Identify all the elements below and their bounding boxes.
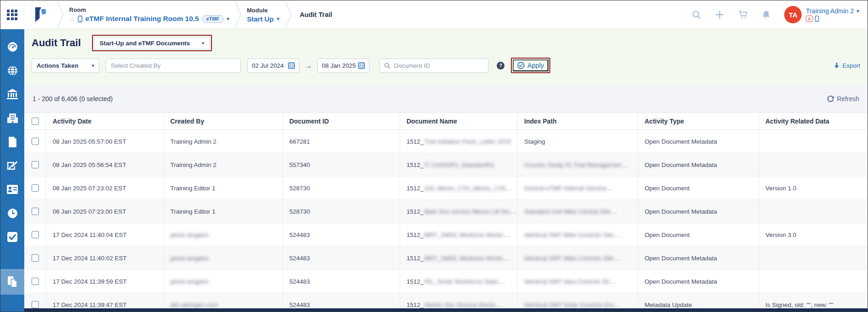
cell-document-id: 667281 [283,130,400,153]
row-checkbox-cell [24,130,46,153]
row-checkbox[interactable] [32,161,39,168]
sidebar-item-institution[interactable] [0,82,24,106]
annotation-box-apply: Apply [511,58,550,73]
main-content: Audit Trail Start-Up and eTMF Documents … [24,29,868,312]
row-checkbox[interactable] [32,301,39,308]
sidebar-item-dashboard[interactable] [0,35,24,59]
table-row: 17 Dec 2024 11:40:02 ESTjamie.langdon524… [24,247,868,270]
cell-document-name: 1512_Main first service Memo Lift Sts… [400,200,518,223]
column-header-created-by[interactable]: Created By [164,113,283,129]
cell-activity-related-data [759,270,868,293]
user-caret-icon: ▾ [857,8,859,14]
row-checkbox[interactable] [32,254,39,262]
date-range-arrow-icon: → [305,62,312,70]
cell-document-name: 1512_MRT_SMDL Medicine Works… [400,247,518,269]
column-header-activity-type[interactable]: Activity Type [638,113,759,129]
cell-activity-date: 06 Jan 2025 07:23:00 EST [46,200,164,223]
cell-created-by: jamie.langdon [164,270,283,293]
app-grid-button[interactable] [0,0,24,29]
room-caret-icon[interactable]: ▾ [227,16,229,22]
cell-document-id: 524483 [283,223,400,246]
room-selector[interactable]: ☆ eTMF Internal Training Room 10.5 eTMF … [69,15,229,23]
cell-activity-type: Open Document Metadata [638,200,759,223]
column-header-document-id[interactable]: Document ID [283,113,400,129]
table-row: 06 Jan 2025 07:23:00 ESTTraining Editor … [24,200,868,223]
cell-activity-date: 17 Dec 2024 11:40:04 EST [46,223,164,246]
cell-document-id: 524483 [283,247,400,269]
user-menu[interactable]: TA Training Admin 2 ▾ A [784,6,859,23]
date-from-picker[interactable]: 02 Jul 2024 [247,59,299,73]
user-avatar[interactable]: TA [784,6,802,23]
cell-index-path: Standard Unit Mike Central Site… [518,200,638,223]
row-checkbox[interactable] [32,184,39,192]
cell-activity-related-data [759,247,868,269]
room-name[interactable]: eTMF Internal Training Room 10.5 [85,15,199,23]
cell-activity-related-data [759,130,868,153]
column-header-activity-date[interactable]: Activity Date [46,113,164,129]
cell-created-by: jamie.langdon [164,223,283,246]
apply-button[interactable]: Apply [513,59,548,71]
sidebar-item-tasks[interactable] [0,225,24,249]
cell-activity-date: 06 Jan 2025 07:23:02 EST [46,177,164,199]
export-button[interactable]: Export [834,62,860,69]
sidebar-item-history[interactable] [0,201,24,225]
module-label: Module [247,7,279,14]
hospital-icon [7,113,18,124]
document-id-input[interactable] [394,62,484,69]
breadcrumb-separator-icon [285,1,292,28]
cell-document-name: 1512_RIL_Smds Workforce Stats… [400,270,518,293]
audit-scope-dropdown[interactable]: Start-Up and eTMF Documents ▾ [94,37,211,49]
cell-document-id: 557340 [283,153,400,176]
clock-icon [7,208,18,219]
copy-documents-icon [7,276,18,288]
date-to-picker[interactable]: 08 Jan 2025 [317,59,369,73]
column-header-document-name[interactable]: Document Name [400,113,518,129]
annotation-box-scope: Start-Up and eTMF Documents ▾ [92,35,212,51]
refresh-label: Refresh [837,95,859,102]
app-grid-icon [7,10,17,20]
sidebar-item-contacts[interactable] [0,178,24,201]
module-breadcrumb: Module Start Up ▾ [247,7,279,23]
actions-taken-dropdown[interactable]: Actions Taken ▾ [32,59,99,73]
actions-taken-value: Actions Taken [37,62,78,69]
calendar-icon [358,62,365,69]
row-checkbox-cell [24,200,46,223]
bank-icon [6,88,18,100]
sidebar-item-globe[interactable] [0,59,24,82]
cell-document-name: 1512_IT UnitSOPs_Standard03 [400,153,518,176]
cell-index-path: Country Study 01 Trial Managemen… [518,153,638,176]
cart-icon[interactable] [738,10,748,19]
user-mobile-icon [815,16,819,22]
top-bar-actions: TA Training Admin 2 ▾ A [692,6,868,23]
cell-created-by: jamie.langdon [164,247,283,269]
sidebar-item-audit-trail[interactable] [0,269,24,295]
column-header-activity-related-data[interactable]: Activity Related Data [759,113,868,129]
help-icon[interactable]: ? [497,62,505,70]
edit-pencil-icon [7,160,18,172]
row-checkbox[interactable] [32,231,39,238]
cell-activity-related-data [759,200,868,223]
add-icon[interactable] [715,10,724,19]
refresh-button[interactable]: Refresh [827,95,859,102]
search-icon[interactable] [692,10,701,20]
select-all-checkbox[interactable] [32,118,39,125]
dashboard-gauge-icon [7,41,18,53]
row-checkbox[interactable] [32,138,39,145]
row-checkbox[interactable] [32,278,39,285]
favorite-star-icon[interactable]: ☆ [69,16,75,22]
cell-document-id: 528730 [283,177,400,199]
row-checkbox[interactable] [32,208,39,215]
app-logo-icon[interactable] [33,7,47,22]
document-icon [7,136,18,148]
module-selector[interactable]: Start Up ▾ [247,15,279,23]
created-by-input[interactable] [111,62,236,69]
sidebar-item-facility[interactable] [0,106,24,130]
column-header-index-path[interactable]: Index Path [518,113,638,129]
notifications-bell-icon[interactable] [762,10,770,20]
sidebar-item-documents[interactable] [0,130,24,154]
row-checkbox-cell [24,153,46,176]
breadcrumb-separator-icon [57,1,64,28]
check-square-icon [7,231,18,242]
sidebar-item-edit[interactable] [0,154,24,178]
row-checkbox-cell [24,223,46,246]
